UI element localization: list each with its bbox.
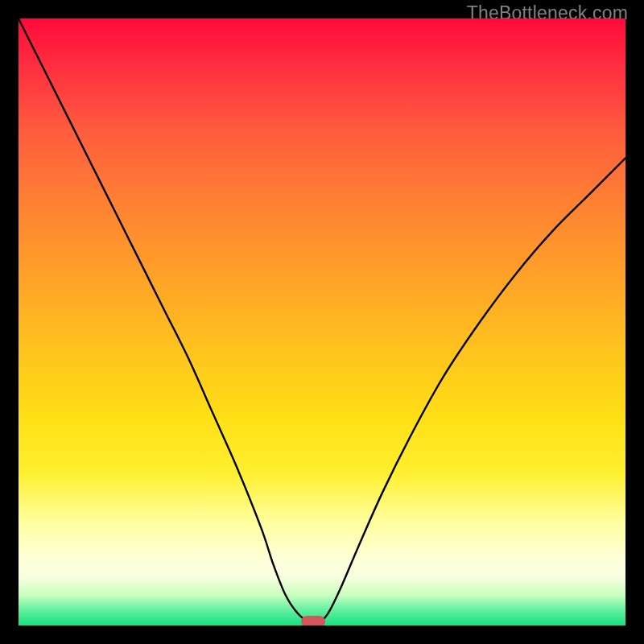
plot-area — [19, 19, 625, 625]
chart-frame: TheBottleneck.com — [0, 0, 644, 644]
bottleneck-curve — [19, 19, 625, 625]
optimum-marker — [301, 616, 325, 625]
